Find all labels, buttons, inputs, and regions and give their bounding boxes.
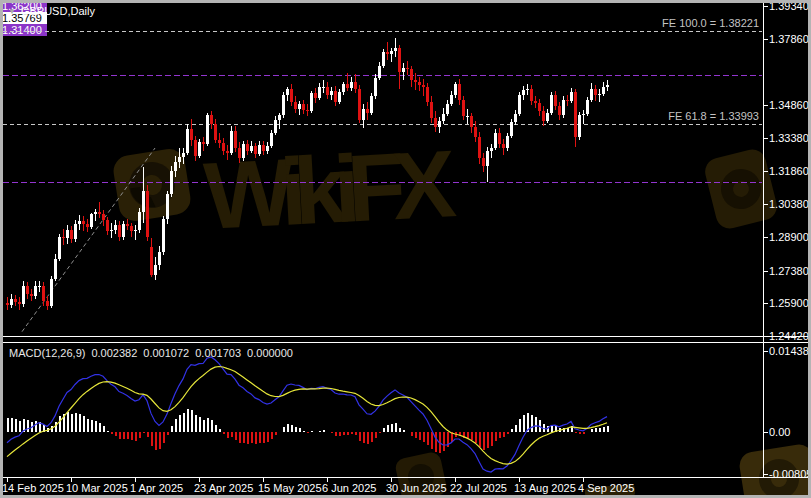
price-tick-label: 1.24420 — [769, 330, 809, 342]
macd-value-4: 0.000000 — [247, 347, 293, 359]
fibo-expansion-618-label[interactable]: FE 61.8 = 1.33993 — [668, 110, 759, 122]
price-tick-label: 1.28900 — [769, 231, 809, 243]
watermark: WikiFX — [111, 130, 811, 498]
macd-name: MACD(12,26,9) — [9, 347, 85, 359]
macd-value-1: 0.002382 — [91, 347, 137, 359]
date-tick-label: 14 Feb 2025 — [2, 482, 64, 494]
macd-value-2: 0.001072 — [143, 347, 189, 359]
price-tick-label: 1.27380 — [769, 265, 809, 277]
date-tick-label: 10 Mar 2025 — [66, 482, 128, 494]
chart-window: WikiFX ▼GBPUSD,Daily FE — [0, 0, 811, 498]
macd-value-3: 0.001703 — [195, 347, 241, 359]
date-tick-label: 1 Apr 2025 — [130, 482, 183, 494]
date-tick-label: 23 Apr 2025 — [194, 482, 253, 494]
date-tick-label: 4 Sep 2025 — [578, 482, 634, 494]
date-tick-label: 30 Jun 2025 — [386, 482, 447, 494]
price-tick-label: 1.30380 — [769, 198, 809, 210]
date-tick-label: 22 Jul 2025 — [450, 482, 507, 494]
date-tick-label: 6 Jun 2025 — [322, 482, 376, 494]
price-tick-label: 1.31860 — [769, 165, 809, 177]
chart-canvas[interactable]: WikiFX — [0, 0, 811, 498]
macd-tick-label: 0.014384 — [769, 345, 811, 357]
price-tick-label: 1.34860 — [769, 99, 809, 111]
collapse-arrow-icon[interactable]: ▼ — [8, 7, 16, 16]
trendline[interactable] — [22, 148, 155, 332]
symbol-label: ▼GBPUSD,Daily — [8, 5, 95, 18]
watermark-text: WikiFX — [201, 130, 458, 249]
watermark-logo-icon — [702, 147, 780, 232]
date-tick-label: 15 May 2025 — [258, 482, 322, 494]
symbol-title: GBPUSD,Daily — [21, 5, 95, 17]
price-tick-label: 1.33380 — [769, 132, 809, 144]
price-tick-label: 1.25900 — [769, 297, 809, 309]
fibo-expansion-100-label[interactable]: FE 100.0 = 1.38221 — [662, 17, 759, 29]
price-tick-label: 1.37860 — [769, 33, 809, 45]
macd-tick-label: -0.008053 — [769, 468, 811, 480]
macd-label: MACD(12,26,9)0.0023820.0010720.0017030.0… — [9, 347, 299, 359]
macd-tick-label: 0.00 — [769, 426, 790, 438]
macd-indicator[interactable] — [7, 357, 608, 472]
date-tick-label: 13 Aug 2025 — [514, 482, 576, 494]
price-tick-label: 1.39340 — [769, 0, 809, 12]
